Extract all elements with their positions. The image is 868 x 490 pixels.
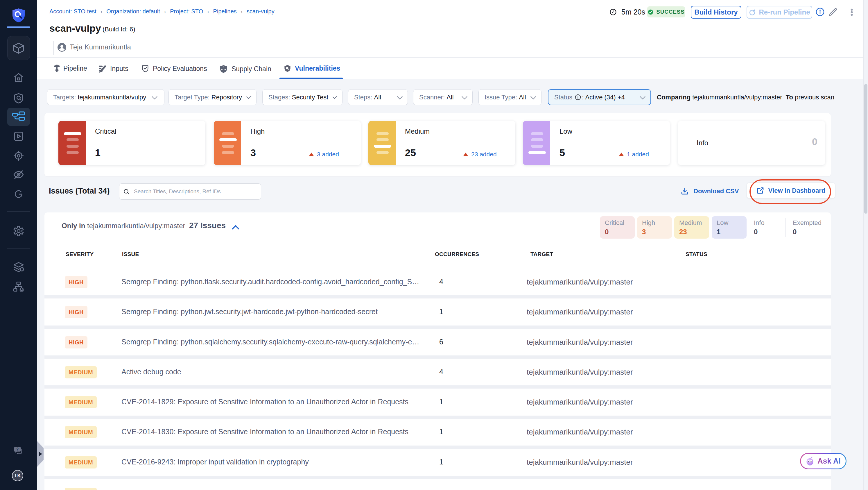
svg-text:?: ? [16, 447, 19, 451]
